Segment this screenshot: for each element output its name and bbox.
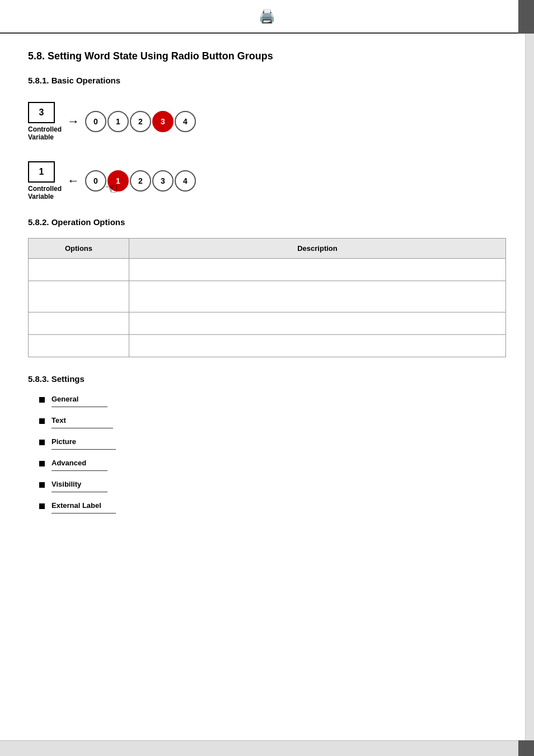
arrow-left-2: ← — [67, 174, 79, 188]
scrollbar[interactable] — [525, 34, 534, 740]
sub-title-basic-ops: 5.8.1. Basic Operations — [28, 76, 506, 85]
radio-btn-0-2[interactable]: 0 — [85, 170, 106, 192]
label-picture: Picture — [51, 437, 116, 446]
main-title: 5.8. Setting Word State Using Radio Butt… — [28, 50, 506, 62]
underline-general — [51, 407, 107, 407]
section-basic-ops: 5.8.1. Basic Operations 3 Controlled Var… — [28, 76, 506, 200]
cv-label-1: Controlled Variable — [28, 125, 62, 141]
cv-item-2: 1 Controlled Variable — [28, 161, 62, 200]
col-options: Options — [29, 239, 129, 259]
bullet-text — [39, 418, 45, 424]
cv-label-2: Controlled Variable — [28, 185, 62, 200]
diagram-row-1: 3 Controlled Variable → 0 1 2 3 4 — [28, 102, 506, 141]
radio-btn-4-1[interactable]: 4 — [175, 111, 196, 132]
radio-group-1[interactable]: 0 1 2 3 4 — [85, 111, 197, 132]
cv-item-1: 3 Controlled Variable — [28, 102, 62, 141]
settings-item-picture: Picture — [51, 437, 116, 455]
table-row — [29, 312, 506, 335]
settings-list: General Text Picture — [28, 395, 506, 519]
section-settings: 5.8.3. Settings General Text — [28, 374, 506, 519]
table-cell-options-4 — [29, 335, 129, 357]
bottom-bar-right-decoration — [518, 740, 534, 756]
bottom-bar — [0, 740, 534, 756]
table-cell-desc-4 — [129, 335, 506, 357]
label-advanced: Advanced — [51, 459, 107, 467]
radio-group-with-cursor: 0 1 2 3 4 ☜ — [85, 170, 197, 192]
table-row — [29, 281, 506, 312]
label-general: General — [51, 395, 107, 403]
radio-btn-2-2[interactable]: 2 — [130, 170, 151, 192]
label-text: Text — [51, 416, 113, 424]
settings-item-visibility: Visibility — [51, 480, 107, 498]
label-external-label: External Label — [51, 501, 116, 510]
radio-btn-3-1[interactable]: 3 — [152, 111, 174, 132]
label-visibility: Visibility — [51, 480, 107, 488]
table-header-row: Options Description — [29, 239, 506, 259]
top-bar-right-decoration — [518, 0, 534, 34]
settings-list-container: General Text Picture — [28, 395, 506, 519]
table-cell-options-1 — [29, 259, 129, 281]
radio-btn-1-1[interactable]: 1 — [107, 111, 129, 132]
settings-item-external-label: External Label — [51, 501, 116, 519]
top-bar: 🖨️ — [0, 0, 534, 34]
sub-title-op-options: 5.8.2. Operation Options — [28, 217, 506, 227]
hand-cursor-icon: ☜ — [105, 180, 118, 198]
list-item-advanced: Advanced — [39, 459, 506, 477]
sub-title-settings: 5.8.3. Settings — [28, 374, 506, 384]
table-cell-options-3 — [29, 312, 129, 335]
underline-picture — [51, 449, 116, 450]
header-icon: 🖨️ — [259, 8, 275, 24]
underline-visibility — [51, 492, 107, 492]
table-cell-desc-2 — [129, 281, 506, 312]
bullet-picture — [39, 440, 45, 445]
radio-btn-2-1[interactable]: 2 — [130, 111, 151, 132]
list-item-general: General — [39, 395, 506, 413]
table-cell-desc-3 — [129, 312, 506, 335]
bullet-general — [39, 397, 45, 403]
bullet-external-label — [39, 503, 45, 509]
main-content: 5.8. Setting Word State Using Radio Butt… — [0, 34, 534, 556]
list-item-external-label: External Label — [39, 501, 506, 519]
radio-btn-3-2[interactable]: 3 — [152, 170, 174, 192]
bullet-visibility — [39, 482, 45, 488]
diagram-container: 3 Controlled Variable → 0 1 2 3 4 — [28, 102, 506, 200]
settings-item-text: Text — [51, 416, 113, 434]
settings-item-general: General — [51, 395, 107, 413]
table-cell-options-2 — [29, 281, 129, 312]
list-item-visibility: Visibility — [39, 480, 506, 498]
radio-btn-4-2[interactable]: 4 — [175, 170, 196, 192]
underline-advanced — [51, 470, 107, 471]
list-item-text: Text — [39, 416, 506, 434]
radio-group-2[interactable]: 0 1 2 3 4 — [85, 170, 197, 192]
section-op-options: 5.8.2. Operation Options Options Descrip… — [28, 217, 506, 357]
diagram-row-2: 1 Controlled Variable ← 0 1 2 3 — [28, 161, 506, 200]
arrow-right-1: → — [67, 114, 79, 129]
table-row — [29, 335, 506, 357]
col-description: Description — [129, 239, 506, 259]
table-section: Options Description — [28, 238, 506, 357]
underline-external-label — [51, 513, 116, 514]
cv-box-2: 1 — [28, 161, 55, 183]
bullet-advanced — [39, 461, 45, 466]
cv-box-1: 3 — [28, 102, 55, 123]
underline-text — [51, 428, 113, 428]
diagram-visual-2: 1 Controlled Variable ← 0 1 2 3 — [28, 161, 506, 200]
diagram-visual-1: 3 Controlled Variable → 0 1 2 3 4 — [28, 102, 506, 141]
list-item-picture: Picture — [39, 437, 506, 455]
settings-item-advanced: Advanced — [51, 459, 107, 477]
table-row — [29, 259, 506, 281]
table-cell-desc-1 — [129, 259, 506, 281]
radio-btn-0-1[interactable]: 0 — [85, 111, 106, 132]
options-table: Options Description — [28, 238, 506, 357]
